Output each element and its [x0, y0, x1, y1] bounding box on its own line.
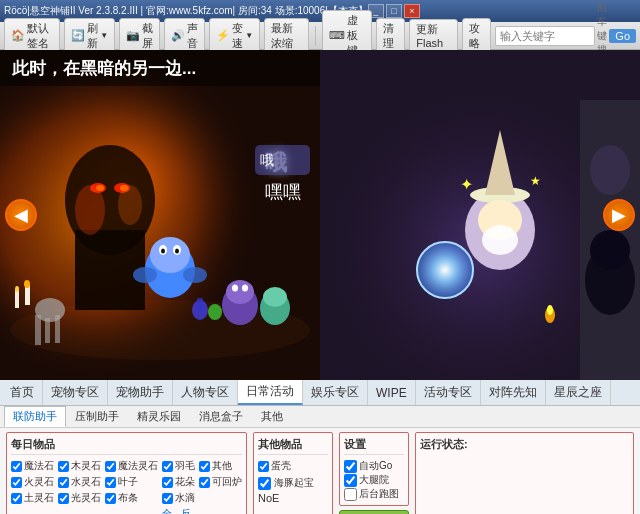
item-feather: 羽毛 — [162, 459, 195, 473]
sound-label: 声音 — [187, 21, 198, 51]
item-other: 其他 — [199, 459, 242, 473]
refresh-label: 刷新 — [87, 21, 98, 51]
guide-btn[interactable]: 攻略 — [462, 18, 492, 54]
svg-point-12 — [118, 185, 142, 225]
game-area: ✦ ★ 哦 嘿嘿 哦 此时，在黑暗的另一边... ◀ — [0, 50, 640, 380]
check-other[interactable] — [199, 461, 210, 472]
close-btn[interactable]: × — [404, 4, 420, 18]
label-wood-stone: 木灵石 — [71, 459, 101, 473]
nav-tab-home[interactable]: 首页 — [2, 380, 43, 405]
screenshot-btn[interactable]: 📷 截屏 — [119, 18, 160, 54]
nav-tab-pet-helper[interactable]: 宠物助手 — [108, 380, 173, 405]
refresh-btn[interactable]: 🔄 刷新 ▼ — [64, 18, 115, 54]
check-eggshell[interactable] — [258, 461, 269, 472]
noe-label: NoE — [258, 492, 279, 504]
home-label: 默认签名 — [27, 21, 53, 51]
svg-point-18 — [24, 280, 30, 288]
flash-btn[interactable]: 更新Flash — [409, 19, 457, 52]
toolbar: 🏠 默认签名 🔄 刷新 ▼ 📷 截屏 🔊 声音 ⚡ 变速 ▼ 最新浓缩 ⌨ 虚板… — [0, 22, 640, 50]
start-btn[interactable]: 开始 — [339, 510, 409, 514]
label-feather: 羽毛 — [175, 459, 195, 473]
title-text: Röcö|悬空神铺II Ver 2.3.8.2.III | 官网:www.5kf… — [4, 4, 368, 18]
next-arrow[interactable]: ▶ — [603, 199, 635, 231]
check-bg-run[interactable] — [344, 488, 357, 501]
item-wood-stone: 木灵石 — [58, 459, 101, 473]
check-flower[interactable] — [162, 477, 173, 488]
status-section: 运行状态: — [415, 432, 634, 514]
check-auto-go[interactable] — [344, 460, 357, 473]
check-magic-stone[interactable] — [11, 461, 22, 472]
check-cloth[interactable] — [105, 493, 116, 504]
sound-btn[interactable]: 🔊 声音 — [164, 18, 205, 54]
check-water-drop[interactable] — [162, 493, 173, 504]
label-water-stone: 水灵石 — [71, 475, 101, 489]
update-label: 最新浓缩 — [271, 21, 302, 51]
item-eggshell: 蛋壳 — [258, 459, 328, 473]
nav-tab-entertainment[interactable]: 娱乐专区 — [303, 380, 368, 405]
game-scene: ✦ ★ 哦 嘿嘿 哦 此时，在黑暗的另一边... — [0, 50, 640, 380]
check-water-stone[interactable] — [58, 477, 69, 488]
svg-point-25 — [150, 237, 190, 273]
sub-tab-fairy[interactable]: 精灵乐园 — [128, 406, 190, 427]
check-recyclable[interactable] — [199, 477, 210, 488]
guide-label: 攻略 — [469, 21, 485, 51]
item-recyclable: 可回炉 — [199, 475, 242, 489]
check-magic-spirit[interactable] — [105, 461, 116, 472]
nav-tab-character[interactable]: 人物专区 — [173, 380, 238, 405]
config-col-5: 其他 可回炉 — [199, 459, 242, 514]
nav-tab-pet-area[interactable]: 宠物专区 — [43, 380, 108, 405]
clean-label: 清理 — [383, 21, 399, 51]
item-magic-stone: 魔法石 — [11, 459, 54, 473]
svg-point-31 — [183, 267, 207, 283]
label-treasure: 海豚起宝 — [274, 476, 314, 490]
check-treasure[interactable] — [258, 477, 271, 490]
main-nav: 首页 宠物专区 宠物助手 人物专区 日常活动 娱乐专区 WIPE 活动专区 对阵… — [0, 380, 640, 406]
nav-tab-stars[interactable]: 星辰之座 — [546, 380, 611, 405]
sub-tab-other[interactable]: 其他 — [252, 406, 292, 427]
clean-btn[interactable]: 清理 — [376, 18, 406, 54]
nav-tab-wipe[interactable]: WIPE — [368, 380, 416, 405]
check-light-stone[interactable] — [58, 493, 69, 504]
svg-point-29 — [175, 249, 179, 254]
chevron-down-icon: ▼ — [100, 31, 108, 40]
sub-tabs: 联防助手 压制助手 精灵乐园 消息盒子 其他 — [0, 406, 640, 428]
label-earth-stone: 土灵石 — [24, 491, 54, 505]
label-leaf: 叶子 — [118, 475, 138, 489]
config-grid: 魔法石 火灵石 土灵石 木灵石 水灵石 — [11, 459, 242, 514]
sub-tab-defense[interactable]: 联防助手 — [4, 406, 66, 427]
update-btn[interactable]: 最新浓缩 — [264, 18, 309, 54]
maximize-btn[interactable]: □ — [386, 4, 402, 18]
settings-title: 设置 — [344, 437, 404, 455]
label-water-drop: 水滴 — [175, 491, 195, 505]
svg-point-41 — [590, 145, 630, 195]
item-water-drop: 水滴 — [162, 491, 195, 505]
setting-bg-run: 后台跑图 — [344, 487, 404, 501]
speed-label: 变速 — [232, 21, 243, 51]
separator-1 — [315, 26, 316, 46]
select-all-btn[interactable]: 全选 — [162, 507, 177, 514]
speed-btn[interactable]: ⚡ 变速 ▼ — [209, 18, 260, 54]
settings-section: 设置 自动Go 大腿院 后台跑图 开始 停止 — [339, 432, 409, 514]
search-input[interactable] — [495, 26, 595, 46]
item-magic-spirit: 魔法灵石 — [105, 459, 158, 473]
sub-tab-message[interactable]: 消息盒子 — [190, 406, 252, 427]
item-light-stone: 光灵石 — [58, 491, 101, 505]
check-fire-stone[interactable] — [11, 477, 22, 488]
svg-point-33 — [226, 280, 254, 304]
check-earth-stone[interactable] — [11, 493, 22, 504]
check-feather[interactable] — [162, 461, 173, 472]
nav-tab-battle[interactable]: 对阵先知 — [481, 380, 546, 405]
search-go-btn[interactable]: Go — [609, 29, 636, 43]
svg-point-34 — [232, 285, 238, 292]
sub-tab-suppress[interactable]: 压制助手 — [66, 406, 128, 427]
check-wood-stone[interactable] — [58, 461, 69, 472]
item-earth-stone: 土灵石 — [11, 491, 54, 505]
deselect-btn[interactable]: 反选 — [181, 507, 196, 514]
label-big-leg: 大腿院 — [359, 473, 389, 487]
nav-tab-event[interactable]: 活动专区 — [416, 380, 481, 405]
home-btn[interactable]: 🏠 默认签名 — [4, 18, 60, 54]
check-leaf[interactable] — [105, 477, 116, 488]
nav-tab-daily[interactable]: 日常活动 — [238, 380, 303, 405]
prev-arrow[interactable]: ◀ — [5, 199, 37, 231]
check-big-leg[interactable] — [344, 474, 357, 487]
